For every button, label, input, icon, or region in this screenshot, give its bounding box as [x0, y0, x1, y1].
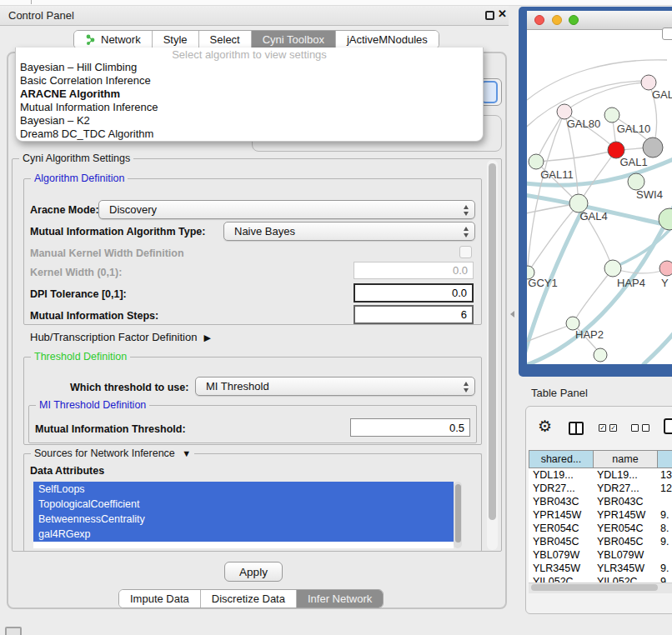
tab-discretize-data[interactable]: Discretize Data — [201, 590, 297, 608]
attributes-scrollbar-thumb[interactable] — [455, 484, 461, 542]
table-row[interactable]: YDR27...YDR27...12 — [529, 482, 672, 495]
tab-network-label: Network — [101, 33, 141, 46]
mi-threshold-legend: MI Threshold Definition — [36, 399, 149, 411]
zoom-window-icon[interactable] — [569, 15, 579, 25]
sources-legend[interactable]: Sources for Network Inference ▼ — [31, 448, 194, 459]
algorithm-dropdown-popup: Select algorithm to view settings Bayesi… — [15, 48, 484, 142]
select-all-checkbox-icon[interactable]: ✓ — [609, 424, 617, 432]
tab-style-label: Style — [163, 33, 188, 46]
manual-kernel-checkbox[interactable] — [459, 246, 472, 258]
hub-definition-toggle[interactable]: Hub/Transcription Factor Definition▶ — [30, 331, 211, 343]
dpi-tolerance-label: DPI Tolerance [0,1]: — [30, 288, 127, 300]
tab-cyni-toolbox[interactable]: Cyni Toolbox — [252, 31, 336, 48]
column-header-shared[interactable]: shared... — [529, 450, 594, 468]
table-body[interactable]: YDL19...YDL19...13YDR27...YDR27...12YBR0… — [529, 468, 672, 582]
algorithm-option-aracne-algorithm[interactable]: ARACNE Algorithm — [16, 88, 483, 101]
bottom-left-panel-icon[interactable] — [5, 627, 22, 635]
table-row[interactable]: YLR345WYLR345W9. — [529, 562, 672, 575]
tab-style[interactable]: Style — [153, 31, 199, 48]
dpi-tolerance-field[interactable]: 0.0 — [354, 283, 474, 302]
node-label-y: Y — [661, 277, 669, 289]
algorithm-option-bayesian-k2[interactable]: Bayesian – K2 — [16, 114, 483, 128]
float-window-icon[interactable] — [485, 11, 494, 20]
close-window-icon[interactable] — [534, 15, 544, 25]
node-label-gal: GAL — [652, 88, 672, 101]
mi-steps-field[interactable]: 6 — [354, 305, 474, 324]
cell-shared-name: YER054C — [529, 522, 593, 534]
settings-scrollbar-thumb[interactable] — [489, 163, 496, 520]
network-node-gal10[interactable] — [604, 108, 619, 122]
network-node-gal11[interactable] — [529, 154, 544, 169]
table-settings-gear-icon[interactable]: ⚙ — [538, 418, 552, 434]
data-attributes-list[interactable]: SelfLoopsTopologicalCoefficientBetweenne… — [33, 482, 454, 548]
which-threshold-combo[interactable]: MI Threshold — [195, 377, 475, 396]
tab-cyni-toolbox-label: Cyni Toolbox — [263, 33, 324, 46]
attribute-item-betweennesscentrality[interactable]: BetweennessCentrality — [33, 512, 454, 527]
algorithm-option-basic-correlation-inference[interactable]: Basic Correlation Inference — [16, 74, 483, 88]
tab-impute-data[interactable]: Impute Data — [119, 590, 201, 608]
algorithm-option-bayesian-hill-climbing[interactable]: Bayesian – Hill Climbing — [16, 61, 483, 74]
network-node[interactable] — [659, 208, 672, 230]
table-row[interactable]: YDL19...YDL19...13 — [529, 468, 672, 482]
splitter-resize-icon[interactable] — [510, 311, 514, 318]
expanded-arrow-icon: ▼ — [182, 448, 191, 458]
function-builder-icon[interactable] — [664, 418, 672, 434]
network-graph: GALGAL80GAL10GAL1GAL11SWI4GAL4GCY1HAP4YH… — [527, 30, 672, 364]
tab-network[interactable]: Network — [74, 31, 153, 48]
attribute-item-gal4rgexp[interactable]: gal4RGexp — [33, 527, 454, 542]
mi-threshold-label: Mutual Information Threshold: — [35, 423, 186, 435]
combo-spinner-icon — [464, 227, 469, 238]
tab-jactivemnodules[interactable]: jActiveMNodules — [336, 31, 439, 48]
table-row[interactable]: YBR043CYBR043C — [529, 495, 672, 508]
column-header-name[interactable]: name — [593, 450, 658, 468]
hub-definition-label: Hub/Transcription Factor Definition — [30, 331, 197, 343]
table-row[interactable]: YIL052CYIL052C9. — [529, 575, 672, 582]
bottom-tabbar: Impute DataDiscretize DataInfer Network — [118, 589, 384, 608]
table-row[interactable]: YPR145WYPR145W9. — [529, 508, 672, 522]
node-label-swi4: SWI4 — [636, 188, 663, 201]
select-all-checkbox-icon[interactable]: ✓ — [599, 424, 606, 432]
data-attributes-label: Data Attributes — [30, 465, 104, 477]
table-row[interactable]: YER054CYER054C8. — [529, 522, 672, 535]
deselect-all-checkbox-icon[interactable] — [642, 424, 649, 432]
algorithm-option-dream8-dc-tdc-algorithm[interactable]: Dream8 DC_TDC Algorithm — [16, 128, 483, 141]
network-node-y[interactable] — [659, 261, 672, 276]
apply-button[interactable]: Apply — [224, 562, 283, 582]
attribute-item-topologicalcoefficient[interactable]: TopologicalCoefficient — [33, 497, 454, 512]
algorithm-option-mutual-information-inference[interactable]: Mutual Information Inference — [16, 101, 483, 114]
sources-legend-label: Sources for Network Inference — [34, 448, 175, 459]
network-node[interactable] — [643, 138, 663, 158]
mi-threshold-field[interactable]: 0.5 — [350, 418, 470, 437]
network-node-swi4[interactable] — [628, 173, 644, 190]
minimize-window-icon[interactable] — [552, 15, 562, 25]
node-label-hap2: HAP2 — [575, 328, 604, 341]
aracne-mode-combo[interactable]: Discovery — [98, 200, 475, 219]
collapsed-arrow-icon: ▶ — [203, 332, 210, 342]
cell-shared-name: YIL052C — [529, 576, 593, 582]
deselect-all-checkbox-icon[interactable] — [631, 424, 639, 432]
mi-type-combo[interactable]: Naive Bayes — [223, 222, 475, 241]
cell-name: YDR27... — [593, 482, 657, 494]
cell-value: 9. — [657, 509, 672, 521]
cell-name: YIL052C — [593, 576, 657, 582]
network-node-hap4[interactable] — [604, 260, 621, 277]
control-panel-title: Control Panel — [8, 9, 74, 22]
threshold-definition-legend: Threshold Definition — [31, 351, 130, 362]
which-threshold-value: MI Threshold — [206, 380, 269, 392]
aracne-mode-label: Aracne Mode: — [30, 204, 99, 216]
network-node[interactable] — [594, 348, 607, 362]
attribute-item-selfloops[interactable]: SelfLoops — [33, 482, 454, 497]
column-header-2[interactable] — [657, 450, 672, 468]
kernel-width-field[interactable]: 0.0 — [354, 262, 474, 279]
table-hscrollbar-thumb[interactable] — [531, 584, 658, 591]
tab-infer-network[interactable]: Infer Network — [297, 590, 383, 608]
node-label-gal1: GAL1 — [619, 156, 647, 168]
table-row[interactable]: YBL079WYBL079W — [529, 548, 672, 562]
close-panel-icon[interactable]: ✕ — [498, 8, 507, 20]
network-view[interactable]: GALGAL80GAL10GAL1GAL11SWI4GAL4GCY1HAP4YH… — [527, 30, 672, 364]
control-panel-titlebar: Control Panel — [0, 6, 509, 26]
tab-select[interactable]: Select — [199, 31, 252, 48]
network-overlay-widget[interactable] — [662, 28, 672, 40]
table-row[interactable]: YBR045CYBR045C9. — [529, 535, 672, 548]
tab-jactivemnodules-label: jActiveMNodules — [347, 33, 428, 46]
